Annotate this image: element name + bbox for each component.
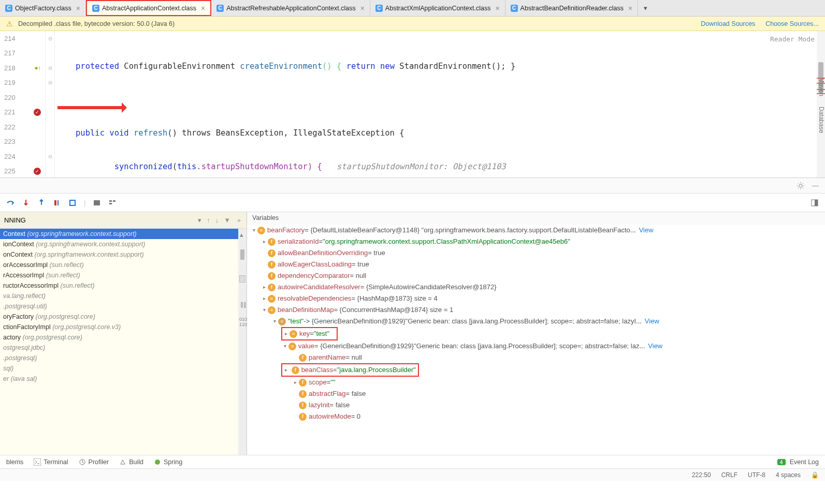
stack-frame[interactable]: er (iava sal) [0, 374, 238, 384]
stack-frame[interactable]: oryFactory (org.postgresql.core) [0, 312, 238, 322]
line-number: 214 [4, 35, 16, 42]
line-number: 220 [4, 94, 16, 101]
add-icon[interactable]: ＋ [236, 216, 242, 225]
reader-mode-toggle[interactable]: Reader Mode [770, 35, 815, 43]
step-over-icon[interactable] [6, 199, 15, 207]
breakpoint-icon[interactable] [34, 109, 41, 116]
var-row[interactable]: fabstractFlag = false [250, 388, 825, 399]
debug-body: ▾ ↑ ↓ ▼ ＋ Context (org.springframework.c… [0, 212, 825, 455]
settings-icon[interactable] [797, 182, 805, 190]
var-row[interactable]: ▾≡value = {GenericBeanDefinition@1929} "… [250, 340, 825, 352]
stack-frame[interactable]: ctionFactoryImpl (org.postgresql.core.v3… [0, 322, 238, 332]
var-row[interactable]: fallowEagerClassLoading = true [250, 259, 825, 270]
var-row[interactable]: fparentName = null [250, 352, 825, 363]
stack-frame[interactable]: rAccessorImpl (sun.reflect) [0, 270, 238, 280]
variables-panel: Variables ▾≡beanFactory = {DefaultListab… [247, 212, 825, 455]
file-encoding[interactable]: UTF-8 [748, 471, 765, 479]
var-row[interactable]: fautowireMode = 0 [250, 411, 825, 422]
class-icon: C [375, 5, 383, 12]
trace-icon[interactable] [108, 199, 117, 207]
stack-frame[interactable]: .postgresql.util) [0, 301, 238, 312]
chevron-down-icon[interactable]: ▾ [198, 216, 201, 224]
tab-abstractrefreshable[interactable]: C AbstractRefreshableApplicationContext.… [211, 0, 370, 16]
svg-rect-1 [54, 200, 56, 205]
var-row[interactable]: ▾≡"test" -> {GenericBeanDefinition@1929}… [250, 316, 825, 327]
copy-icon[interactable] [239, 275, 245, 283]
var-row[interactable]: fallowBeanDefinitionOverriding = true [250, 247, 825, 259]
drop-frame-icon[interactable] [53, 199, 61, 207]
gutter: 214 217 218●↑ 219 220 221 222 223 224 22… [0, 31, 46, 177]
step-out-icon[interactable] [37, 199, 46, 207]
problems-tool[interactable]: blems [6, 458, 23, 466]
close-icon[interactable]: × [495, 4, 499, 12]
run-to-cursor-icon[interactable] [68, 199, 77, 207]
readonly-lock-icon[interactable]: 🔒 [811, 471, 819, 479]
stack-frame[interactable]: Context (org.springframework.context.sup… [0, 229, 238, 239]
stack-frame[interactable]: onContext (org.springframework.context.s… [0, 249, 238, 260]
frames-scrollbar[interactable]: ▴ ⛓ 010110 [238, 229, 247, 455]
var-row[interactable]: flazyInit = false [250, 399, 825, 411]
event-log[interactable]: 4 Event Log [777, 458, 819, 466]
tab-label: AbstractXmlApplicationContext.class [385, 5, 491, 12]
breakpoint-icon[interactable] [34, 168, 41, 175]
link-icon[interactable]: ⛓ [240, 301, 247, 309]
line-separator[interactable]: CRLF [721, 471, 737, 479]
var-row[interactable]: ▸fautowireCandidateResolver = {SimpleAut… [250, 281, 825, 293]
next-frame-icon[interactable]: ↓ [215, 216, 219, 224]
close-icon[interactable]: × [201, 4, 205, 12]
var-row[interactable]: ▸fscope = "" [250, 377, 825, 388]
prev-frame-icon[interactable]: ↑ [207, 216, 210, 224]
tab-abstractbeandef[interactable]: C AbstractBeanDefinitionReader.class × [505, 0, 639, 16]
line-number: 221 [4, 108, 16, 116]
stack-frame[interactable]: .postgresql) [0, 353, 238, 363]
thread-selector[interactable] [4, 216, 193, 224]
step-into-icon[interactable] [22, 199, 30, 207]
override-icon[interactable]: ●↑ [35, 65, 41, 71]
tab-label: AbstractRefreshableApplicationContext.cl… [226, 5, 355, 12]
terminal-tool[interactable]: Terminal [34, 458, 68, 466]
stack-frame[interactable]: orAccessorImpl (sun.reflect) [0, 260, 238, 270]
choose-sources-link[interactable]: Choose Sources... [765, 20, 819, 27]
tabs-overflow[interactable]: ▾ [638, 0, 653, 16]
close-icon[interactable]: × [76, 4, 80, 12]
filter-icon[interactable]: ▼ [224, 216, 230, 224]
var-row[interactable]: ▸fserializationId = "org.springframework… [250, 236, 825, 247]
caret-position[interactable]: 222:50 [692, 471, 711, 479]
stack-frame[interactable]: actory (org.postgresql.core) [0, 332, 238, 343]
var-row[interactable]: ▾≡beanDefinitionMap = {ConcurrentHashMap… [250, 304, 825, 316]
var-row[interactable]: ▾≡beanFactory = {DefaultListableBeanFact… [250, 225, 825, 236]
tab-abstractapplicationcontext[interactable]: C AbstractApplicationContext.class × [86, 0, 211, 16]
minimize-icon[interactable]: — [812, 182, 819, 189]
var-row-highlighted[interactable]: ▸≡key = "test" [281, 327, 338, 340]
stack-frame[interactable]: ionContext (org.springframework.context.… [0, 239, 238, 249]
frames-list: Context (org.springframework.context.sup… [0, 229, 238, 455]
tab-abstractxml[interactable]: C AbstractXmlApplicationContext.class × [370, 0, 505, 16]
profiler-tool[interactable]: Profiler [79, 458, 109, 466]
binary-icon[interactable]: 010110 [239, 317, 247, 327]
variables-title: Variables [247, 212, 825, 225]
tab-objectfactory[interactable]: C ObjectFactory.class × [0, 0, 86, 16]
download-sources-link[interactable]: Download Sources [701, 20, 755, 27]
stack-frame[interactable]: sql) [0, 363, 238, 374]
tab-label: ObjectFactory.class [15, 5, 71, 12]
maven-tool[interactable]: Maven [815, 78, 825, 96]
tab-label: AbstractBeanDefinitionReader.class [520, 5, 624, 12]
close-icon[interactable]: × [360, 4, 365, 12]
indent-info[interactable]: 4 spaces [776, 471, 801, 479]
database-tool[interactable]: Database [815, 107, 825, 133]
close-icon[interactable]: × [628, 4, 632, 12]
var-row[interactable]: ▸≡resolvableDependencies = {HashMap@1873… [250, 293, 825, 304]
fold-column: ⊖⊖⊖ ⊖ [46, 31, 55, 177]
evaluate-icon[interactable] [93, 199, 101, 207]
svg-rect-3 [94, 200, 100, 205]
stack-frame[interactable]: ostgresql.jdbc) [0, 343, 238, 353]
layout-icon[interactable] [810, 199, 819, 207]
stack-frame[interactable]: va.lang.reflect) [0, 291, 238, 301]
build-tool[interactable]: Build [119, 458, 143, 466]
code-area[interactable]: protected ConfigurableEnvironment create… [55, 31, 817, 177]
stack-frame[interactable]: ructorAccessorImpl (sun.reflect) [0, 280, 238, 291]
var-row[interactable]: fdependencyComparator = null [250, 270, 825, 281]
variables-tree: ▾≡beanFactory = {DefaultListableBeanFact… [247, 225, 825, 455]
spring-tool[interactable]: Spring [154, 458, 182, 466]
var-row-highlighted[interactable]: ▸ fbeanClass = "java.lang.ProcessBuilder… [281, 363, 419, 377]
